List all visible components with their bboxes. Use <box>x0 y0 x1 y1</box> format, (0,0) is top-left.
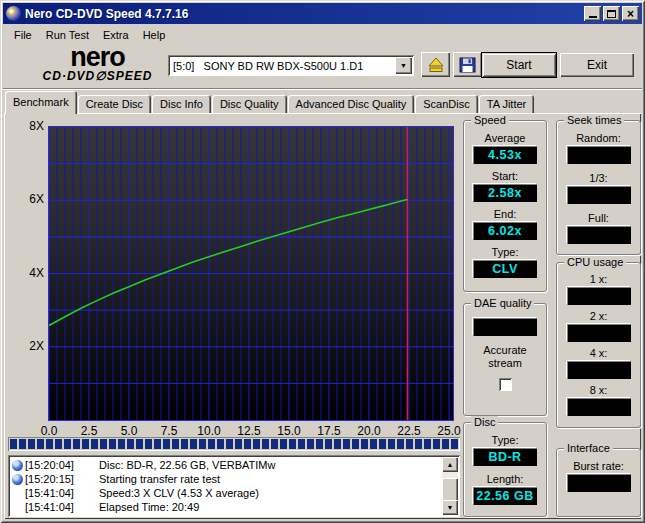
no-icon <box>12 502 23 513</box>
x-tick-label: 5.0 <box>121 424 138 438</box>
cpu-2x-label: 2 x: <box>567 310 631 323</box>
disc-panel-title: Disc <box>471 416 498 428</box>
tab-ta-jitter[interactable]: TA Jitter <box>479 95 535 114</box>
accurate-stream-checkbox[interactable] <box>499 378 512 391</box>
seek-full-value <box>567 226 631 244</box>
close-icon: × <box>627 9 634 19</box>
tab-disc-quality[interactable]: Disc Quality <box>212 95 287 114</box>
test-progress-bar <box>8 437 460 451</box>
cpu-8x-value <box>567 398 631 416</box>
tab-create-disc[interactable]: Create Disc <box>78 95 151 114</box>
save-disk-icon <box>459 57 476 73</box>
log-line: [15:20:15]Starting transfer rate test <box>12 472 438 486</box>
log-scrollbar[interactable]: ▲ ▼ <box>442 457 458 515</box>
x-tick-label: 20.0 <box>357 424 380 438</box>
transfer-rate-chart <box>48 126 454 421</box>
disc-type-value: BD-R <box>473 448 537 466</box>
log-message: Disc: BD-R, 22.56 GB, VERBATIMw <box>87 459 275 471</box>
maximize-icon <box>607 10 616 18</box>
end-speed-label: End: <box>473 208 537 221</box>
disc-length-label: Length: <box>473 473 537 486</box>
chevron-down-icon: ▼ <box>400 62 407 69</box>
x-tick-label: 12.5 <box>237 424 260 438</box>
app-window: Nero CD-DVD Speed 4.7.7.16 × FileRun Tes… <box>0 0 645 523</box>
tab-scandisc[interactable]: ScanDisc <box>415 95 477 114</box>
menu-run-test[interactable]: Run Test <box>39 27 96 43</box>
accurate-stream-label-line2: stream <box>483 357 526 370</box>
burst-rate-value <box>567 474 631 492</box>
y-tick-label: 2X <box>4 339 44 353</box>
info-icon <box>12 474 23 485</box>
title-bar: Nero CD-DVD Speed 4.7.7.16 × <box>3 3 642 24</box>
minimize-button[interactable] <box>584 6 601 21</box>
nero-logo-text: nero <box>30 46 165 69</box>
start-speed-value: 2.58x <box>473 184 537 202</box>
eject-button[interactable] <box>421 52 450 77</box>
cpu-1x-value <box>567 287 631 305</box>
drive-selector-dropdown-button[interactable]: ▼ <box>395 57 412 74</box>
y-tick-label: 6X <box>4 192 44 206</box>
average-speed-label: Average <box>473 132 537 145</box>
arrow-up-icon: ▲ <box>447 461 454 468</box>
end-speed-value: 6.02x <box>473 222 537 240</box>
scroll-up-button[interactable]: ▲ <box>442 457 458 472</box>
tab-strip: BenchmarkCreate DiscDisc InfoDisc Qualit… <box>5 92 535 114</box>
log-line: [15:41:04]Speed:3 X CLV (4.53 X average) <box>12 486 438 500</box>
maximize-button[interactable] <box>603 6 620 21</box>
cpu-8x-label: 8 x: <box>567 384 631 397</box>
start-speed-label: Start: <box>473 170 537 183</box>
minimize-icon <box>589 16 597 18</box>
app-icon <box>6 6 21 21</box>
cpu-4x-label: 4 x: <box>567 347 631 360</box>
x-tick-label: 25.0 <box>437 424 460 438</box>
benchmark-tab-page: 8X6X4X2X 0.02.55.07.510.012.515.017.520.… <box>4 113 641 519</box>
dae-quality-panel-title: DAE quality <box>471 297 534 309</box>
log-timestamp: [15:41:04] <box>25 487 87 499</box>
exit-button[interactable]: Exit <box>560 53 634 77</box>
log-line: [15:41:04]Elapsed Time: 20:49 <box>12 500 438 514</box>
log-timestamp: [15:20:15] <box>25 473 87 485</box>
tab-benchmark[interactable]: Benchmark <box>5 91 77 114</box>
menu-extra[interactable]: Extra <box>96 27 136 43</box>
x-tick-label: 7.5 <box>161 424 178 438</box>
window-title: Nero CD-DVD Speed 4.7.7.16 <box>25 7 582 21</box>
log-message: Starting transfer rate test <box>87 473 220 485</box>
x-tick-label: 22.5 <box>397 424 420 438</box>
menu-help[interactable]: Help <box>136 27 173 43</box>
header-separator <box>3 88 642 90</box>
save-button[interactable] <box>453 52 482 77</box>
menu-file[interactable]: File <box>7 27 39 43</box>
y-tick-label: 8X <box>4 119 44 133</box>
chart-x-axis: 0.02.55.07.510.012.515.017.520.022.525.0 <box>49 424 453 436</box>
seek-third-value <box>567 186 631 204</box>
eject-icon <box>427 57 445 73</box>
log-timestamp: [15:20:04] <box>25 459 87 471</box>
average-speed-value: 4.53x <box>473 146 537 164</box>
seek-random-value <box>567 146 631 164</box>
disc-panel: Disc Type: BD-R Length: 22.56 GB <box>463 422 547 517</box>
tab-disc-info[interactable]: Disc Info <box>152 95 211 114</box>
cpu-usage-panel-title: CPU usage <box>564 256 626 268</box>
start-button[interactable]: Start <box>482 53 556 77</box>
x-tick-label: 17.5 <box>317 424 340 438</box>
x-tick-label: 2.5 <box>81 424 98 438</box>
x-tick-label: 15.0 <box>277 424 300 438</box>
info-icon <box>12 460 23 471</box>
drive-selector[interactable]: [5:0] SONY BD RW BDX-S500U 1.D1 ▼ <box>168 55 414 76</box>
x-tick-label: 0.0 <box>41 424 58 438</box>
log-line: [15:20:04]Disc: BD-R, 22.56 GB, VERBATIM… <box>12 458 438 472</box>
disc-length-value: 22.56 GB <box>473 487 537 505</box>
tab-advanced-disc-quality[interactable]: Advanced Disc Quality <box>288 95 415 114</box>
scroll-down-button[interactable]: ▼ <box>442 500 458 515</box>
log-lines: [15:20:04]Disc: BD-R, 22.56 GB, VERBATIM… <box>12 458 438 514</box>
close-button[interactable]: × <box>622 6 639 21</box>
y-tick-label: 4X <box>4 266 44 280</box>
seek-random-label: Random: <box>567 132 631 145</box>
cddvd-speed-logo-text: CD·DVD∅SPEED <box>30 69 165 83</box>
scrollbar-thumb[interactable] <box>442 478 458 502</box>
speed-type-value: CLV <box>473 260 537 278</box>
seek-times-panel: Seek times Random: 1/3: Full: <box>556 120 641 255</box>
dae-quality-panel: DAE quality Accurate stream <box>463 303 547 416</box>
dae-quality-value <box>473 318 537 336</box>
log-message: Elapsed Time: 20:49 <box>87 501 199 513</box>
